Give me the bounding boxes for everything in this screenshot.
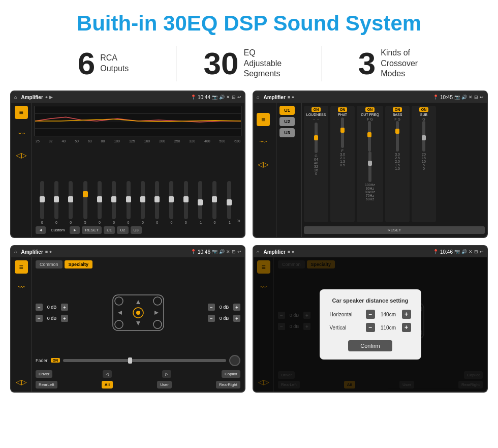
eq-slider-5[interactable]: 0: [108, 181, 120, 224]
eq-expand-btn[interactable]: »: [237, 217, 240, 224]
vol-side-icon[interactable]: ◁▷: [15, 148, 28, 162]
db-plus-1[interactable]: +: [61, 304, 68, 311]
eq-u1-btn[interactable]: U1: [104, 226, 115, 234]
rearleft-btn[interactable]: RearLeft: [36, 381, 57, 389]
eq-icon[interactable]: ≡: [15, 106, 28, 119]
eq-slider-7[interactable]: 0: [136, 181, 149, 224]
cutfreq-slider-f[interactable]: [368, 121, 371, 152]
eq-u2-btn[interactable]: U2: [117, 226, 128, 234]
phat-slider[interactable]: [341, 117, 344, 148]
eq-slider-13[interactable]: -1: [223, 181, 235, 224]
horizontal-plus[interactable]: +: [402, 310, 411, 319]
vertical-plus[interactable]: +: [402, 323, 411, 332]
close-icon-4[interactable]: ✕: [469, 249, 473, 254]
close-icon-1[interactable]: ✕: [226, 95, 230, 100]
horizontal-minus[interactable]: −: [366, 310, 375, 319]
wave-icon-2[interactable]: 〰: [257, 135, 270, 148]
fader-on-badge[interactable]: ON: [51, 358, 60, 363]
u1-btn[interactable]: U1: [279, 106, 295, 115]
phat-on[interactable]: ON: [338, 107, 348, 112]
eq-slider-3[interactable]: 5: [79, 181, 91, 224]
screen-distance: ⌂ Amplifier ■ ● 📍 10:46 📷 🔊 ✕ ⊟ ↩ ≡ 〰 ◁▷: [253, 245, 488, 393]
all-btn[interactable]: All: [102, 381, 113, 389]
tab-common[interactable]: Common: [36, 260, 63, 268]
copilot-btn[interactable]: Copilot: [222, 370, 240, 378]
amplifier-title-1: Amplifier: [21, 95, 43, 100]
fader-slider[interactable]: [63, 359, 226, 362]
amplifier-title-2: Amplifier: [263, 95, 285, 100]
user-btn[interactable]: User: [157, 381, 172, 389]
close-icon-2[interactable]: ✕: [469, 95, 473, 100]
tab-specialty[interactable]: Specialty: [65, 260, 93, 268]
eq-reset-btn[interactable]: RESET: [82, 226, 102, 234]
confirm-button[interactable]: Confirm: [348, 340, 392, 351]
sub-slider[interactable]: [422, 121, 425, 152]
eq-slider-2[interactable]: 0: [65, 181, 77, 224]
eq-slider-0[interactable]: 0: [36, 181, 48, 224]
window-icon-1[interactable]: ⊟: [232, 95, 236, 100]
home-icon-3[interactable]: ⌂: [14, 249, 17, 254]
pin-icon-2: 📍: [433, 95, 439, 100]
eq-slider-11[interactable]: -1: [194, 181, 206, 224]
window-icon-4[interactable]: ⊟: [474, 249, 478, 254]
back-icon-4[interactable]: ↩: [480, 249, 484, 254]
close-icon-3[interactable]: ✕: [226, 249, 230, 254]
cutfreq-on[interactable]: ON: [365, 107, 375, 112]
db-minus-3[interactable]: −: [208, 304, 215, 311]
loudness-slider[interactable]: [315, 123, 318, 153]
home-icon-4[interactable]: ⌂: [257, 249, 259, 254]
bass-on[interactable]: ON: [393, 107, 402, 112]
eq-slider-8[interactable]: 0: [151, 181, 164, 224]
eq-prev-btn[interactable]: ◄: [36, 226, 46, 234]
home-icon-1[interactable]: ⌂: [14, 95, 17, 100]
db-plus-4[interactable]: +: [233, 315, 240, 322]
arrow-left-btn[interactable]: ◁: [103, 370, 112, 378]
db-plus-2[interactable]: +: [61, 315, 68, 322]
dialog-overlay[interactable]: Car speaker distance setting Horizontal …: [254, 257, 487, 392]
db-minus-2[interactable]: −: [36, 315, 43, 322]
back-icon-2[interactable]: ↩: [480, 95, 484, 100]
u2-btn[interactable]: U2: [279, 117, 295, 126]
eq-slider-1[interactable]: 0: [50, 181, 63, 224]
loudness-on[interactable]: ON: [312, 107, 321, 112]
cross-reset-btn[interactable]: RESET: [304, 226, 485, 234]
stat-number-6: 6: [78, 48, 95, 79]
stat-number-3: 3: [358, 48, 376, 79]
db-plus-3[interactable]: +: [233, 304, 240, 311]
bass-slider[interactable]: [396, 121, 399, 152]
rearright-btn[interactable]: RearRight: [216, 381, 240, 389]
db-minus-1[interactable]: −: [36, 304, 43, 311]
cutfreq-slider-g[interactable]: [368, 152, 371, 182]
vol-side-icon-2[interactable]: ◁▷: [257, 158, 270, 171]
window-icon-3[interactable]: ⊟: [232, 249, 236, 254]
arrow-right-btn[interactable]: ▷: [162, 370, 171, 378]
camera-icon-1: 📷: [212, 95, 217, 100]
driver-btn[interactable]: Driver: [36, 370, 52, 378]
eq-u3-btn[interactable]: U3: [131, 226, 142, 234]
window-icon-2[interactable]: ⊟: [474, 95, 478, 100]
eq-icon-3[interactable]: ≡: [15, 260, 28, 274]
eq-icon-2[interactable]: ≡: [257, 113, 270, 126]
back-icon-3[interactable]: ↩: [237, 249, 241, 254]
vol-side-icon-3[interactable]: ◁▷: [15, 375, 28, 389]
fader-knob[interactable]: [229, 355, 240, 366]
eq-slider-4[interactable]: 0: [93, 181, 106, 224]
dialog-title: Car speaker distance setting: [330, 297, 411, 304]
wave-icon[interactable]: 〰: [15, 127, 28, 140]
eq-slider-12[interactable]: 0: [208, 181, 221, 224]
wave-icon-3[interactable]: 〰: [15, 281, 28, 294]
eq-preset-label: Custom: [48, 226, 68, 234]
home-icon-2[interactable]: ⌂: [257, 95, 259, 100]
time-3: 10:46: [198, 249, 210, 255]
sub-on[interactable]: ON: [419, 107, 429, 112]
db-minus-4[interactable]: −: [208, 315, 215, 322]
back-icon-1[interactable]: ↩: [237, 95, 241, 100]
vol-icon-3: 🔊: [219, 249, 225, 254]
eq-slider-6[interactable]: 0: [122, 181, 135, 224]
u3-btn[interactable]: U3: [279, 128, 295, 137]
eq-slider-10[interactable]: 0: [179, 181, 192, 224]
vertical-minus[interactable]: −: [366, 323, 375, 332]
eq-next-btn[interactable]: ►: [70, 226, 80, 234]
eq-slider-9[interactable]: 0: [165, 181, 178, 224]
status-bar-2: ⌂ Amplifier ■ ● 📍 10:45 📷 🔊 ✕ ⊟ ↩: [254, 92, 487, 103]
